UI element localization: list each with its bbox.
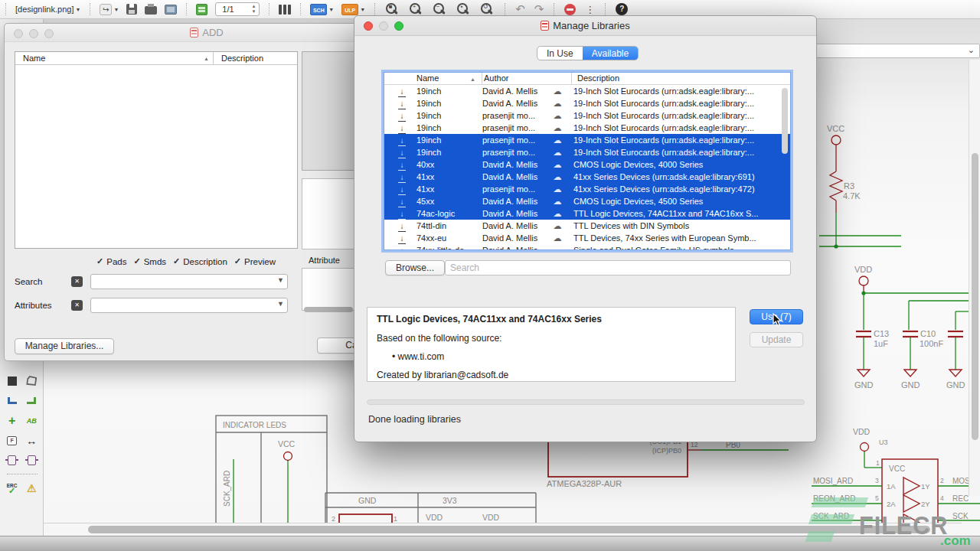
library-info-title: TTL Logic Devices, 74AC11xx and 74AC16xx… (377, 314, 726, 324)
undo-icon[interactable]: ↶ (515, 2, 525, 16)
library-name: 74xx-eu (416, 232, 482, 244)
download-icon: ↓ (398, 222, 406, 232)
svg-text:C10: C10 (920, 329, 936, 338)
ulp-dropdown-button[interactable]: ULP▼ (341, 4, 365, 15)
library-row[interactable]: ↓ 74xx-little-de David A. Mellis ☁ Singl… (384, 244, 790, 250)
download-icon: ↓ (398, 210, 406, 220)
print-button[interactable] (145, 4, 157, 15)
gate-swap-tool-icon[interactable] (24, 454, 39, 467)
sheet-selector-combo[interactable]: ⌄ (796, 44, 980, 58)
library-row[interactable]: ↓ 74xx-eu David A. Mellis ☁ TTL Devices,… (384, 232, 790, 244)
wire-tool-icon[interactable] (5, 394, 20, 407)
export-button[interactable]: ↪▼ (100, 4, 119, 15)
svg-text:VDD: VDD (482, 513, 500, 522)
library-name: 74ac-logic (416, 207, 482, 220)
table-scrollbar-thumb[interactable] (782, 88, 788, 154)
label-tool-icon[interactable]: AB (24, 414, 39, 427)
library-row[interactable]: ↓ 19inch prasenjit mo... ☁ 19-Inch Slot … (384, 109, 790, 122)
library-row[interactable]: ↓ 45xx David A. Mellis ☁ CMOS Logic Devi… (384, 195, 790, 207)
ulp-icon: ULP (341, 4, 358, 15)
sch-dropdown-button[interactable]: SCH▼ (310, 4, 334, 15)
horizontal-scrollbar-thumb[interactable] (88, 526, 930, 533)
rect-tool-icon[interactable] (5, 374, 20, 387)
save-button[interactable] (126, 4, 137, 15)
library-row[interactable]: ↓ 41xx prasenjit mo... ☁ 41xx Series Dev… (384, 183, 790, 195)
close-icon[interactable] (14, 29, 23, 38)
junction-tool-icon[interactable]: + (5, 414, 20, 427)
value-tag-tool-icon[interactable]: F (5, 434, 20, 447)
add-name-header[interactable]: Name▲ (15, 52, 214, 64)
help-icon[interactable]: ? (616, 3, 628, 15)
stop-icon[interactable] (564, 4, 576, 15)
add-description-header[interactable]: Description (214, 52, 263, 64)
zoom-redraw-icon[interactable]: ↺ (481, 3, 494, 16)
attribute-scrollbar-thumb[interactable] (304, 307, 353, 312)
smds-checkbox[interactable]: ✓Smds (133, 256, 166, 266)
tab-available[interactable]: Available (583, 47, 638, 60)
library-row[interactable]: ↓ 19inch David A. Mellis ☁ 19-Inch Slot … (384, 85, 790, 97)
library-row[interactable]: ↓ 19inch prasenjit mo... ☁ 19-Inch Slot … (384, 146, 790, 158)
library-row[interactable]: ↓ 40xx David A. Mellis ☁ CMOS Logic Devi… (384, 158, 790, 171)
zoom-window-icon[interactable] (44, 29, 54, 38)
zoom-window-icon[interactable] (394, 21, 403, 31)
library-description: 19-Inch Slot Eurocards (urn:adsk.eagle:l… (573, 109, 790, 122)
clear-search-icon[interactable]: ✕ (71, 276, 83, 287)
library-author: David A. Mellis (482, 85, 541, 97)
capacitors (856, 331, 963, 337)
minimize-icon[interactable] (29, 29, 38, 38)
erc-check-icon[interactable]: ERC✓ (5, 481, 20, 494)
close-icon[interactable] (364, 21, 373, 31)
preview-checkbox[interactable]: ✓Preview (234, 256, 276, 266)
description-checkbox[interactable]: ✓Description (173, 256, 227, 266)
library-info-panel: TTL Logic Devices, 74AC11xx and 74AC16xx… (367, 307, 736, 382)
svg-text:INDICATOR LEDS: INDICATOR LEDS (223, 421, 286, 429)
attributes-combobox[interactable]: ▼ (90, 298, 288, 313)
clear-attributes-icon[interactable]: ✕ (71, 300, 83, 311)
search-combobox[interactable]: ▼ (90, 274, 288, 289)
page-indicator-stepper[interactable]: 1/1 ▲▼ (215, 2, 260, 16)
add-library-table[interactable]: Name▲ Description (15, 51, 298, 249)
update-button[interactable]: Update (750, 332, 803, 347)
library-author: David A. Mellis (482, 244, 541, 250)
browse-button[interactable]: Browse... (385, 260, 445, 276)
columns-view-button[interactable] (279, 5, 291, 15)
sheet-thumbnails-button[interactable] (196, 4, 207, 15)
library-row[interactable]: ↓ 19inch prasenjit mo... ☁ 19-Inch Slot … (384, 122, 790, 134)
net-tool-icon[interactable] (24, 394, 39, 407)
zoom-in-icon[interactable]: + (410, 3, 423, 16)
zoom-fit-icon[interactable]: ■ (386, 3, 399, 16)
name-column-header[interactable]: Name▲ (384, 73, 482, 84)
warning-icon[interactable]: ⚠ (24, 481, 39, 494)
dialog-titlebar[interactable]: Manage Libraries (354, 16, 816, 36)
watermark-tld-text: .com (940, 533, 971, 549)
svg-text:2A: 2A (887, 500, 896, 508)
tab-in-use[interactable]: In Use (537, 47, 583, 60)
library-row[interactable]: ↓ 19inch David A. Mellis ☁ 19-Inch Slot … (384, 97, 790, 109)
mirror-tool-icon[interactable]: ↔ (24, 434, 39, 447)
redo-icon[interactable]: ↷ (534, 2, 544, 16)
zoom-select-icon[interactable]: ▪ (457, 3, 470, 16)
gate-add-tool-icon[interactable] (5, 454, 20, 467)
pads-checkbox[interactable]: ✓Pads (96, 256, 126, 266)
vertical-scrollbar-thumb[interactable] (972, 153, 978, 440)
author-column-header[interactable]: Author (482, 73, 572, 84)
minimize-icon[interactable] (379, 21, 388, 31)
vertical-scrollbar[interactable] (969, 60, 980, 496)
description-column-header[interactable]: Description (572, 73, 790, 84)
stepper-arrows-icon[interactable]: ▲▼ (251, 4, 256, 15)
add-window-titlebar[interactable]: ADD (5, 24, 409, 42)
overflow-dots-icon[interactable]: ⋮ (585, 4, 595, 15)
chevron-down-icon: ▼ (277, 276, 284, 284)
manage-libraries-button[interactable]: Manage Libraries... (15, 338, 114, 354)
window-select-dropdown[interactable]: [designlink.png]▼ (15, 5, 80, 14)
polygon-tool-icon[interactable] (24, 374, 39, 387)
library-row[interactable]: ↓ 41xx David A. Mellis ☁ 41xx Series Dev… (384, 171, 790, 183)
library-search-input[interactable] (445, 260, 791, 276)
library-row[interactable]: ↓ 19inch prasenjit mo... ☁ 19-Inch Slot … (384, 134, 790, 146)
library-row[interactable]: ↓ 74ttl-din David A. Mellis ☁ TTL Device… (384, 220, 790, 232)
download-icon: ↓ (398, 161, 406, 171)
download-icon: ↓ (398, 234, 406, 244)
image-export-button[interactable] (165, 5, 177, 15)
library-row[interactable]: ↓ 74ac-logic David A. Mellis ☁ TTL Logic… (384, 207, 790, 220)
zoom-out-icon[interactable]: − (433, 3, 446, 16)
